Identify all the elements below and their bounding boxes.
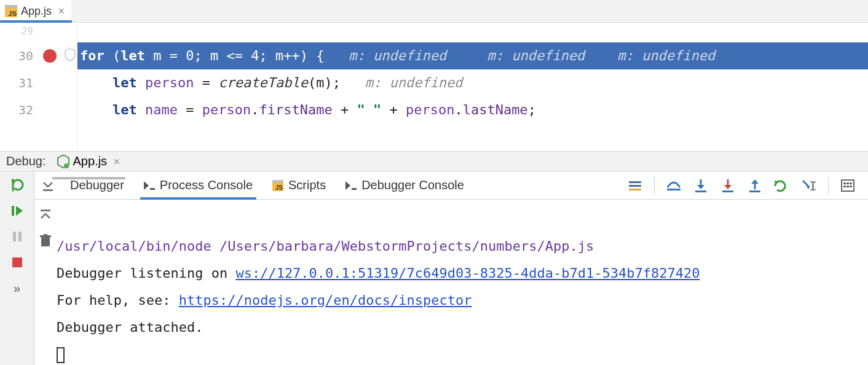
code-line-31[interactable]: let person = createTable(m); m: undefine… [77, 69, 868, 96]
nodejs-icon [57, 155, 69, 168]
close-icon[interactable]: ✕ [113, 157, 120, 167]
svg-rect-18 [846, 182, 849, 184]
inline-hint: m: undefined [487, 48, 585, 63]
line-number-gutter: 29 30 31 32 [0, 23, 37, 151]
step-over-button[interactable] [666, 178, 682, 194]
svg-rect-5 [43, 189, 53, 191]
force-step-into-button[interactable] [720, 178, 736, 194]
svg-point-0 [64, 163, 69, 168]
breakpoint-gutter[interactable] [37, 23, 63, 151]
step-into-button[interactable] [693, 178, 709, 194]
svg-rect-24 [41, 237, 50, 246]
close-icon[interactable]: ✕ [58, 6, 65, 16]
inline-hint: m: undefined [349, 48, 446, 63]
console-line: /usr/local/bin/node /Users/barbara/Webst… [57, 238, 594, 254]
js-file-icon [272, 180, 283, 191]
debug-left-toolbar: » [0, 171, 34, 365]
js-file-icon [5, 5, 17, 17]
breakpoint-icon[interactable] [43, 49, 57, 63]
svg-rect-14 [810, 181, 816, 182]
debug-panel: Debug: App.js ✕ » [0, 152, 868, 365]
editor-tab-appjs[interactable]: App.js ✕ [0, 0, 71, 22]
inline-hint: m: undefined [617, 48, 715, 63]
svg-rect-26 [44, 234, 47, 236]
pause-button[interactable] [9, 228, 26, 245]
debug-label: Debug: [6, 154, 46, 168]
stop-button[interactable] [9, 254, 26, 271]
console-side-toolbar [34, 206, 57, 365]
line-number: 32 [0, 96, 37, 124]
rerun-button[interactable] [9, 176, 26, 194]
step-out-button[interactable] [747, 178, 763, 194]
run-config-label: App.js [73, 154, 108, 168]
debug-tab-bar: Debugger Process Console Scripts Debugge… [34, 171, 868, 200]
editor-tab-label: App.js [21, 5, 52, 18]
show-execution-point-button[interactable] [627, 178, 643, 194]
svg-rect-20 [843, 186, 846, 187]
evaluate-at-cursor-button[interactable] [801, 178, 817, 194]
terminal-icon [144, 181, 155, 190]
svg-rect-13 [812, 181, 814, 190]
svg-rect-1 [12, 206, 14, 216]
code-line-30[interactable]: for (let m = 0; m <= 4; m++) { m: undefi… [77, 42, 868, 69]
svg-rect-12 [749, 190, 760, 192]
svg-rect-11 [722, 190, 733, 192]
console-line: Debugger listening on ws://127.0.0.1:513… [57, 265, 700, 281]
code-content[interactable]: for (let m = 0; m <= 4; m++) { m: undefi… [77, 23, 868, 151]
svg-rect-2 [13, 232, 16, 241]
svg-rect-23 [41, 210, 50, 211]
cursor [57, 347, 65, 363]
svg-rect-4 [12, 257, 22, 267]
annotation-gutter [63, 23, 77, 151]
code-line-32[interactable]: let name = person.firstName + " " + pers… [77, 96, 868, 124]
terminal-icon [345, 181, 357, 190]
help-link[interactable]: https://nodejs.org/en/docs/inspector [179, 292, 472, 308]
svg-rect-10 [695, 190, 706, 192]
svg-rect-19 [850, 182, 852, 184]
svg-rect-22 [850, 186, 852, 187]
evaluate-expression-button[interactable] [840, 178, 856, 194]
code-editor[interactable]: 29 30 31 32 for (let m = 0; m <= 4; m++)… [0, 23, 868, 152]
svg-rect-9 [667, 189, 681, 190]
scroll-to-top-button[interactable] [37, 207, 53, 223]
tab-scripts[interactable]: Scripts [264, 171, 334, 199]
run-configuration-tab[interactable]: App.js ✕ [52, 152, 126, 171]
tab-debugger-console[interactable]: Debugger Console [337, 171, 473, 199]
resume-button[interactable] [9, 202, 26, 219]
svg-rect-7 [629, 185, 641, 187]
editor-tab-bar: App.js ✕ [0, 0, 868, 23]
svg-rect-8 [629, 189, 641, 190]
debug-stepping-toolbar [627, 177, 868, 194]
trash-button[interactable] [37, 233, 53, 249]
inline-hint: m: undefined [365, 75, 463, 90]
line-number: 30 [0, 42, 37, 69]
debug-header: Debug: App.js ✕ [0, 152, 868, 171]
scroll-to-end-button[interactable] [37, 179, 59, 192]
svg-rect-3 [18, 232, 22, 241]
ws-link[interactable]: ws://127.0.0.1:51319/7c649d03-8325-4dda-… [235, 265, 700, 281]
more-button[interactable]: » [9, 280, 26, 297]
shield-icon [65, 49, 76, 64]
svg-rect-17 [843, 182, 846, 184]
run-to-cursor-button[interactable] [774, 178, 790, 194]
console-line: Debugger attached. [57, 320, 203, 335]
tab-process-console[interactable]: Process Console [135, 171, 261, 199]
console-output[interactable]: /usr/local/bin/node /Users/barbara/Webst… [34, 200, 868, 365]
svg-rect-6 [629, 181, 641, 183]
svg-rect-21 [846, 186, 849, 187]
line-number: 29 [0, 25, 37, 42]
tab-debugger[interactable]: Debugger [61, 171, 133, 199]
svg-rect-15 [810, 189, 816, 190]
line-number: 31 [0, 69, 37, 96]
console-line: For help, see: https://nodejs.org/en/doc… [57, 292, 472, 308]
